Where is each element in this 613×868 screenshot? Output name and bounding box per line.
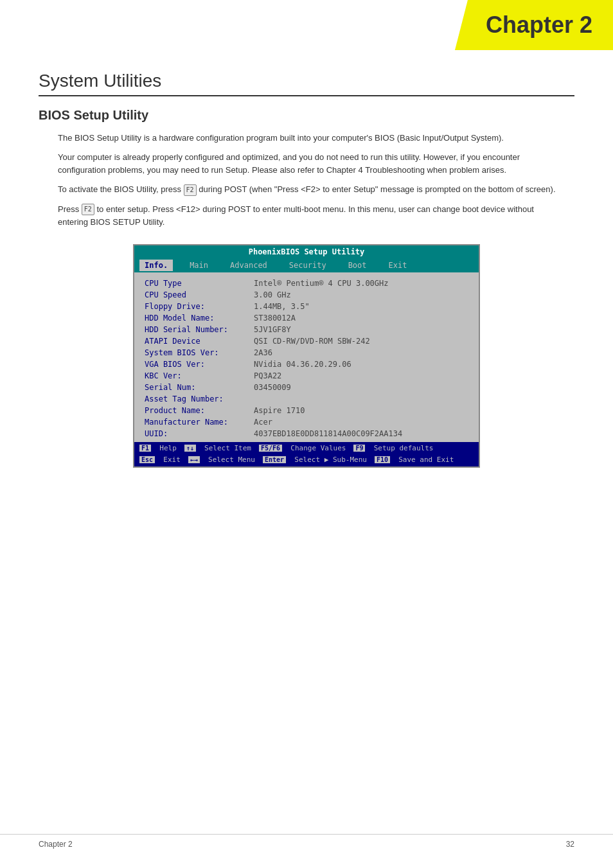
bios-value-sys-bios: 2A36 xyxy=(254,348,272,357)
footer-right: 32 xyxy=(566,840,574,849)
paragraph-1: The BIOS Setup Utility is a hardware con… xyxy=(58,132,562,145)
bios-label-hdd-model: HDD Model Name: xyxy=(145,314,254,323)
bios-row-vga-bios: VGA BIOS Ver: NVidia 04.36.20.29.06 xyxy=(145,359,468,370)
bios-label-sys-bios: System BIOS Ver: xyxy=(145,348,254,357)
bios-nav: Info. Main Advanced Security Boot Exit xyxy=(134,258,479,272)
bios-label-kbc: KBC Ver: xyxy=(145,371,254,380)
bios-label-vga-bios: VGA BIOS Ver: xyxy=(145,360,254,369)
bios-footer-row2: Esc Exit ←→ Select Menu Enter Select ▶ S… xyxy=(134,454,479,466)
bios-nav-info[interactable]: Info. xyxy=(139,260,173,271)
bios-title-bar: PhoenixBIOS Setup Utility xyxy=(134,245,479,258)
subsection-title: BIOS Setup Utility xyxy=(39,108,574,123)
bios-nav-exit[interactable]: Exit xyxy=(384,260,413,271)
bios-label-product: Product Name: xyxy=(145,406,254,415)
bios-footer-f10: F10 Save and Exit xyxy=(375,456,454,464)
leftright-key: ←→ xyxy=(188,456,200,463)
updown-key: ↑↓ xyxy=(184,445,196,452)
bios-label-cpu-type: CPU Type xyxy=(145,279,254,288)
f9-key: F9 xyxy=(353,445,365,452)
paragraph-3: To activate the BIOS Utility, press F2 d… xyxy=(58,183,562,196)
bios-row-asset: Asset Tag Number: xyxy=(145,393,468,405)
bios-row-uuid: UUID: 4037EBD18E0DD811814A00C09F2AA134 xyxy=(145,428,468,439)
bios-label-floppy: Floppy Drive: xyxy=(145,302,254,311)
bios-screenshot: PhoenixBIOS Setup Utility Info. Main Adv… xyxy=(133,244,480,468)
chapter-banner: Chapter 2 xyxy=(455,0,613,50)
bios-footer-row1: F1 Help ↑↓ Select Item F5/F6 Change Valu… xyxy=(134,442,479,454)
bios-label-cpu-speed: CPU Speed xyxy=(145,290,254,299)
bios-row-floppy: Floppy Drive: 1.44MB, 3.5" xyxy=(145,301,468,312)
bios-value-floppy: 1.44MB, 3.5" xyxy=(254,302,310,311)
bios-footer-updown: ↑↓ Select Item xyxy=(184,444,251,452)
bios-value-manufacturer: Acer xyxy=(254,418,272,427)
f2-key-icon: F2 xyxy=(184,184,197,196)
f10-key: F10 xyxy=(375,456,390,463)
f2-key-icon2: F2 xyxy=(82,204,94,215)
bios-row-cpu-speed: CPU Speed 3.00 GHz xyxy=(145,289,468,301)
bios-row-product: Product Name: Aspire 1710 xyxy=(145,405,468,416)
bios-row-sys-bios: System BIOS Ver: 2A36 xyxy=(145,347,468,359)
bios-footer-f5f6: F5/F6 Change Values xyxy=(259,444,346,452)
bios-nav-security[interactable]: Security xyxy=(284,260,332,271)
bios-value-kbc: PQ3A22 xyxy=(254,371,281,380)
bios-footer-enter: Enter Select ▶ Sub-Menu xyxy=(263,456,367,464)
bios-value-hdd-serial: 5JV1GF8Y xyxy=(254,325,291,334)
bios-label-atapi: ATAPI Device xyxy=(145,337,254,346)
bios-nav-main[interactable]: Main xyxy=(184,260,213,271)
bios-body: CPU Type Intel® Pentium® 4 CPU 3.00GHz C… xyxy=(134,272,479,442)
esc-key: Esc xyxy=(139,456,155,463)
page-footer: Chapter 2 32 xyxy=(0,834,613,849)
bios-value-product: Aspire 1710 xyxy=(254,406,305,415)
bios-row-atapi: ATAPI Device QSI CD-RW/DVD-ROM SBW-242 xyxy=(145,335,468,347)
bios-row-manufacturer: Manufacturer Name: Acer xyxy=(145,416,468,428)
bios-value-cpu-type: Intel® Pentium® 4 CPU 3.00GHz xyxy=(254,279,389,288)
bios-value-hdd-model: ST380012A xyxy=(254,314,296,323)
bios-value-vga-bios: NVidia 04.36.20.29.06 xyxy=(254,360,351,369)
bios-row-cpu-type: CPU Type Intel® Pentium® 4 CPU 3.00GHz xyxy=(145,278,468,289)
section-divider xyxy=(39,95,574,96)
f5f6-key: F5/F6 xyxy=(259,445,282,452)
paragraph-2: Your computer is already properly config… xyxy=(58,151,562,177)
footer-left: Chapter 2 xyxy=(39,840,73,849)
bios-value-uuid: 4037EBD18E0DD811814A00C09F2AA134 xyxy=(254,429,402,438)
bios-row-serial: Serial Num: 03450009 xyxy=(145,382,468,393)
bios-row-hdd-model: HDD Model Name: ST380012A xyxy=(145,312,468,324)
f1-key: F1 xyxy=(139,445,151,452)
paragraph-4: Press F2 to enter setup. Press <F12> dur… xyxy=(58,203,562,229)
bios-label-uuid: UUID: xyxy=(145,429,254,438)
section-title: System Utilities xyxy=(39,71,574,91)
bios-footer-leftright: ←→ Select Menu xyxy=(188,456,255,464)
bios-row-kbc: KBC Ver: PQ3A22 xyxy=(145,370,468,382)
bios-label-hdd-serial: HDD Serial Number: xyxy=(145,325,254,334)
bios-footer-f1: F1 Help xyxy=(139,444,177,452)
bios-label-asset: Asset Tag Number: xyxy=(145,394,254,403)
bios-value-cpu-speed: 3.00 GHz xyxy=(254,290,291,299)
bios-value-serial: 03450009 xyxy=(254,383,291,392)
bios-nav-advanced[interactable]: Advanced xyxy=(225,260,272,271)
bios-row-hdd-serial: HDD Serial Number: 5JV1GF8Y xyxy=(145,324,468,335)
bios-value-atapi: QSI CD-RW/DVD-ROM SBW-242 xyxy=(254,337,370,346)
bios-label-manufacturer: Manufacturer Name: xyxy=(145,418,254,427)
bios-footer-esc: Esc Exit xyxy=(139,456,181,464)
bios-footer-f9: F9 Setup defaults xyxy=(353,444,433,452)
bios-label-serial: Serial Num: xyxy=(145,383,254,392)
enter-key: Enter xyxy=(263,456,286,463)
bios-nav-boot[interactable]: Boot xyxy=(343,260,372,271)
